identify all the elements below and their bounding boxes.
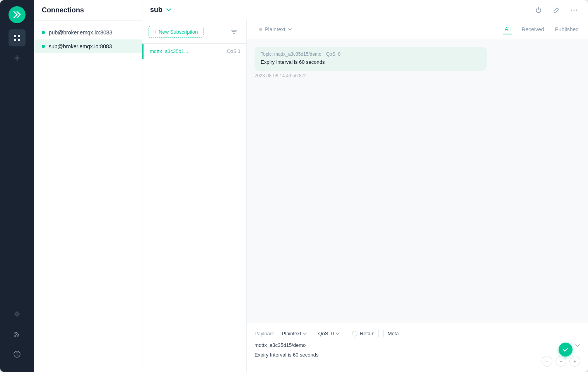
format-label: Plaintext: [265, 26, 285, 32]
publish-message-area: Expiry Interval is 60 seconds ← − +: [255, 351, 580, 367]
message-topic: Topic: mqttx_a3c35d15/demo: [261, 51, 321, 57]
add-connection-nav-icon[interactable]: [9, 49, 26, 67]
subscription-topic: mqttx_a3c35d1...: [150, 48, 223, 54]
topic-expand-icon[interactable]: [575, 343, 580, 348]
message-list: Topic: mqttx_a3c35d15/demo QoS: 0 Expiry…: [247, 39, 588, 323]
message-timestamp: 2023-08-08 14:49:50:872: [255, 73, 487, 78]
publish-area: Payload: Plaintext QoS: 0: [247, 323, 588, 372]
payload-format-label: Plaintext: [282, 331, 301, 336]
publish-minus-button[interactable]: −: [556, 356, 566, 367]
new-subscription-button[interactable]: + New Subscription: [149, 26, 203, 38]
svg-rect-2: [14, 39, 16, 41]
retain-label: Retain: [360, 331, 374, 336]
format-status-dot: [259, 28, 262, 31]
qos-value: 0: [331, 331, 334, 336]
power-button[interactable]: [532, 4, 545, 16]
connection-status-dot-sub: [42, 45, 45, 48]
connections-sidebar: Connections pub@broker.emqx.io:8083 sub@…: [34, 0, 142, 372]
format-selector[interactable]: Plaintext: [255, 24, 297, 35]
svg-rect-0: [14, 35, 16, 37]
send-icon: [562, 346, 569, 353]
svg-point-9: [574, 9, 575, 10]
toolbar-right: All Received Published: [503, 24, 580, 34]
message-qos: QoS: 0: [326, 51, 340, 57]
svg-point-4: [16, 313, 18, 315]
publish-topic: mqttx_a3c35d15/demo: [255, 342, 306, 348]
message-area: Plaintext All Received Published: [247, 20, 588, 372]
filter-tab-published[interactable]: Published: [554, 25, 581, 34]
connections-header: Connections: [34, 0, 142, 21]
nav-bar: [0, 0, 34, 372]
connections-list: pub@broker.emqx.io:8083 sub@broker.emqx.…: [34, 21, 142, 58]
svg-point-8: [571, 9, 573, 10]
svg-rect-3: [18, 39, 20, 41]
svg-point-7: [17, 353, 17, 353]
publish-action-buttons: ← − +: [542, 356, 580, 367]
subscription-panel-header: + New Subscription: [142, 20, 246, 44]
sidebar-item-pub[interactable]: pub@broker.emqx.io:8083: [34, 26, 142, 39]
filter-tab-received[interactable]: Received: [520, 25, 545, 34]
subscription-item[interactable]: mqttx_a3c35d1... QoS 0: [142, 44, 246, 59]
meta-label: Meta: [388, 331, 399, 336]
retain-button[interactable]: Retain: [348, 329, 379, 338]
payload-format-selector[interactable]: Plaintext: [279, 329, 311, 338]
subscription-filter-button[interactable]: [228, 26, 240, 38]
message-toolbar: Plaintext All Received Published: [247, 20, 588, 39]
connection-title-area: sub: [150, 6, 172, 14]
publish-back-button[interactable]: ←: [542, 356, 552, 367]
connection-header: sub: [142, 0, 588, 20]
svg-point-10: [576, 9, 577, 10]
subscription-list: mqttx_a3c35d1... QoS 0: [142, 44, 246, 372]
publish-options: Payload: Plaintext QoS: 0: [255, 329, 580, 338]
connection-name: sub: [150, 6, 162, 14]
connection-status-dot-pub: [42, 31, 45, 34]
toolbar-left: Plaintext: [255, 24, 297, 35]
connection-label-sub: sub@broker.emqx.io:8083: [49, 43, 112, 49]
message-meta: Topic: mqttx_a3c35d15/demo QoS: 0: [261, 51, 480, 57]
settings-nav-icon[interactable]: [9, 305, 26, 323]
retain-circle-icon: [352, 331, 357, 336]
connections-nav-icon[interactable]: [9, 29, 26, 46]
svg-rect-1: [18, 35, 20, 37]
publish-plus-button[interactable]: +: [569, 356, 580, 367]
message-bubble: Topic: mqttx_a3c35d15/demo QoS: 0 Expiry…: [255, 47, 487, 71]
header-actions: [532, 4, 580, 16]
rss-nav-icon[interactable]: [9, 326, 26, 343]
filter-tab-all[interactable]: All: [503, 24, 513, 34]
format-chevron-icon: [288, 27, 292, 32]
publish-topic-row: mqttx_a3c35d15/demo: [255, 342, 580, 348]
qos-label: QoS:: [318, 331, 330, 336]
publish-message-text[interactable]: Expiry Interval is 60 seconds: [255, 351, 580, 367]
qos-selector[interactable]: QoS: 0: [315, 329, 343, 338]
send-button[interactable]: [559, 343, 573, 357]
info-nav-icon[interactable]: [9, 346, 26, 363]
svg-point-5: [14, 335, 16, 337]
edit-button[interactable]: [550, 4, 562, 16]
payload-format-chevron-icon: [303, 331, 307, 336]
qos-chevron-icon: [335, 331, 340, 336]
message-item: Topic: mqttx_a3c35d15/demo QoS: 0 Expiry…: [255, 47, 487, 78]
subscription-panel: + New Subscription mqttx_a3c35d1... QoS …: [142, 20, 247, 372]
more-options-button[interactable]: [568, 4, 580, 16]
connection-label-pub: pub@broker.emqx.io:8083: [49, 29, 112, 36]
meta-button[interactable]: Meta: [383, 329, 403, 338]
message-content: Expiry Interval is 60 seconds: [261, 58, 480, 66]
subscription-qos: QoS 0: [227, 49, 240, 54]
app-logo[interactable]: [9, 6, 26, 23]
sidebar-item-sub[interactable]: sub@broker.emqx.io:8083: [34, 39, 142, 53]
title-chevron-icon[interactable]: [166, 7, 172, 13]
payload-label: Payload:: [255, 331, 274, 336]
